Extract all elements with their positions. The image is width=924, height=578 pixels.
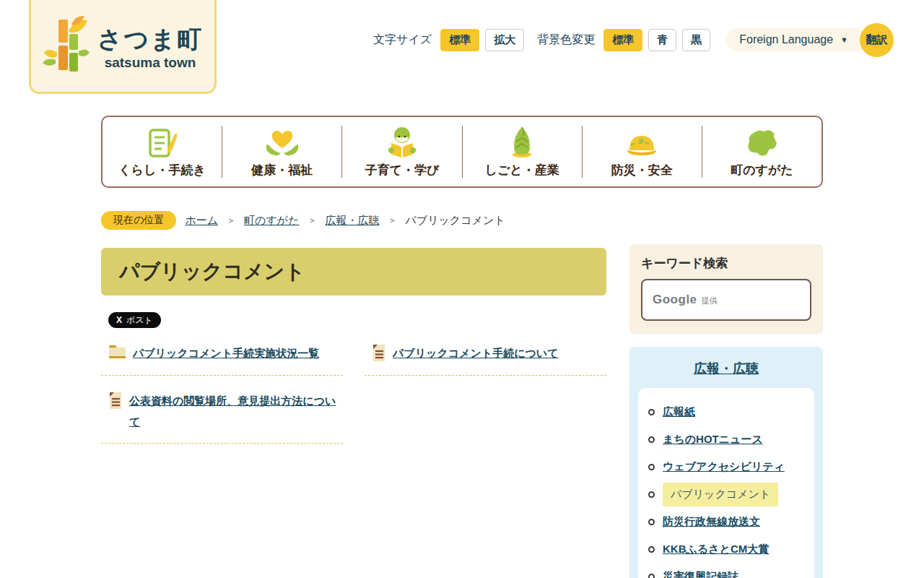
breadcrumb-separator: ＞ <box>308 215 316 227</box>
document-icon <box>108 392 123 413</box>
map-icon <box>744 126 780 159</box>
content-link[interactable]: 公表資料の閲覧場所、意見提出方法について <box>129 390 343 433</box>
document-pen-icon <box>146 126 179 159</box>
content-link[interactable]: パブリックコメント手続実施状況一覧 <box>133 342 319 363</box>
list-item: 災害復興記録誌 <box>648 563 808 578</box>
x-post-label: ポスト <box>126 314 153 327</box>
keyword-search-title: キーワード検索 <box>641 255 811 272</box>
content-link-list: パブリックコメント手続実施状況一覧 パブリックコメント手続について <box>101 338 606 444</box>
foreign-language-label: Foreign Language <box>739 33 833 46</box>
section-menu-title[interactable]: 広報・広聴 <box>638 360 814 377</box>
list-item: 公表資料の閲覧場所、意見提出方法について <box>101 386 343 444</box>
sidebar-item-kkb-cm[interactable]: KKBふるさとCM大賞 <box>663 543 769 556</box>
breadcrumb-separator: ＞ <box>388 215 396 227</box>
document-icon <box>372 344 386 365</box>
grid-spacer <box>365 386 606 444</box>
list-item: パブリックコメント <box>648 480 808 508</box>
sidebar-item-hot-news[interactable]: まちのHOTニュース <box>663 433 763 447</box>
bg-color-standard-button[interactable]: 標準 <box>603 29 642 51</box>
list-item: 防災行政無線放送文 <box>648 508 808 535</box>
circle-marker-icon <box>648 491 655 498</box>
site-logo[interactable]: さつま町 satsuma town <box>29 0 217 94</box>
google-provider-note: 提供 <box>702 296 718 306</box>
translate-button[interactable]: 翻訳 <box>860 23 894 57</box>
circle-marker-icon <box>648 464 655 470</box>
accessibility-controls: 文字サイズ 標準 拡大 背景色変更 標準 青 黒 Foreign Languag… <box>366 22 894 58</box>
list-item: パブリックコメント手続実施状況一覧 <box>101 338 343 376</box>
nav-item-shigoto[interactable]: しごと・産業 <box>463 117 582 186</box>
nav-label: 防災・安全 <box>611 162 673 178</box>
section-menu-panel: 広報・広聴 広報紙 まちのHOTニュース ウェブアクセシビリティ パブリックコメ… <box>629 347 823 578</box>
google-logo: Google <box>653 293 697 307</box>
nav-label: しごと・産業 <box>485 162 559 178</box>
page: さつま町 satsuma town 文字サイズ 標準 拡大 背景色変更 標準 青… <box>0 0 924 578</box>
nav-item-machi[interactable]: 町のすがた <box>702 117 821 186</box>
nav-item-kurashi[interactable]: くらし・手続き <box>103 117 222 186</box>
nav-item-kosodate[interactable]: 子育て・学び <box>342 117 461 186</box>
nav-label: 子育て・学び <box>365 162 440 178</box>
nav-label: くらし・手続き <box>118 162 206 178</box>
circle-marker-icon <box>648 409 655 415</box>
sidebar-item-saigai-fukko[interactable]: 災害復興記録誌 <box>663 570 738 578</box>
breadcrumb: 現在の位置 ホーム ＞ 町のすがた ＞ 広報・広聴 ＞ パブリックコメント <box>101 211 505 230</box>
section-menu-list: 広報紙 まちのHOTニュース ウェブアクセシビリティ パブリックコメント 防災行… <box>638 388 814 578</box>
nav-item-kenko[interactable]: 健康・福祉 <box>222 117 341 186</box>
bg-color-black-button[interactable]: 黒 <box>682 29 710 51</box>
nav-item-bosai[interactable]: 防災・安全 <box>583 117 702 186</box>
foreign-language-dropdown[interactable]: Foreign Language ▼ <box>726 28 867 51</box>
chevron-down-icon: ▼ <box>840 35 848 44</box>
font-size-label: 文字サイズ <box>373 33 432 48</box>
nav-label: 健康・福祉 <box>251 162 313 178</box>
hands-heart-icon <box>263 126 301 159</box>
breadcrumb-koho[interactable]: 広報・広聴 <box>325 214 379 228</box>
breadcrumb-machinosugata[interactable]: 町のすがた <box>244 214 299 228</box>
keyword-search-panel: キーワード検索 Google 提供 <box>629 244 823 334</box>
x-post-button[interactable]: X ポスト <box>108 312 161 328</box>
site-title: さつま町 <box>97 23 203 56</box>
list-item: KKBふるさとCM大賞 <box>648 535 808 563</box>
bamboo-logo-icon <box>43 15 90 79</box>
list-item: まちのHOTニュース <box>648 426 808 453</box>
list-item: パブリックコメント手続について <box>365 338 606 376</box>
search-input[interactable]: Google 提供 <box>641 279 811 321</box>
breadcrumb-home[interactable]: ホーム <box>185 214 218 228</box>
bamboo-shoot-icon <box>507 126 536 159</box>
main-navigation: くらし・手続き 健康・福祉 <box>101 116 823 188</box>
sidebar-item-accessibility[interactable]: ウェブアクセシビリティ <box>663 460 785 474</box>
content-link[interactable]: パブリックコメント手続について <box>393 342 559 363</box>
circle-marker-icon <box>648 519 655 525</box>
page-title: パブリックコメント <box>101 248 606 296</box>
site-logo-text: さつま町 satsuma town <box>97 23 203 71</box>
circle-marker-icon <box>648 574 655 578</box>
breadcrumb-separator: ＞ <box>227 215 235 227</box>
font-size-enlarge-button[interactable]: 拡大 <box>485 29 524 51</box>
site-subtitle: satsuma town <box>105 55 196 71</box>
list-item: ウェブアクセシビリティ <box>648 453 808 480</box>
nav-label: 町のすがた <box>731 162 793 178</box>
circle-marker-icon <box>648 436 655 443</box>
sidebar-item-kohoshi[interactable]: 広報紙 <box>663 405 695 419</box>
list-item: 広報紙 <box>648 398 808 426</box>
x-logo-icon: X <box>116 315 122 325</box>
breadcrumb-badge: 現在の位置 <box>101 211 176 230</box>
folder-icon <box>108 344 126 363</box>
bg-color-blue-button[interactable]: 青 <box>648 29 676 51</box>
bg-color-label: 背景色変更 <box>537 33 595 48</box>
child-reading-icon <box>385 126 419 159</box>
sidebar-item-public-comment: パブリックコメント <box>663 483 778 506</box>
sidebar-item-bosai-musen[interactable]: 防災行政無線放送文 <box>663 515 760 529</box>
circle-marker-icon <box>648 546 655 553</box>
font-size-standard-button[interactable]: 標準 <box>440 29 479 51</box>
helmet-icon <box>624 126 660 159</box>
breadcrumb-current: パブリックコメント <box>405 214 505 228</box>
